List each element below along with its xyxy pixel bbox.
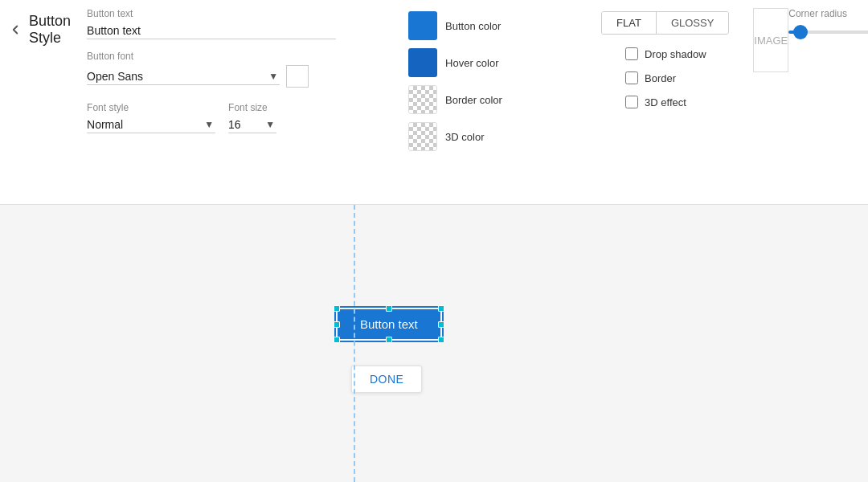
hover-color-row: Hover color bbox=[408, 48, 569, 77]
handle-bottom-left[interactable] bbox=[334, 337, 340, 343]
border-label: Border bbox=[645, 72, 676, 84]
font-size-group: Font size 12 14 16 18 20 ▼ bbox=[228, 102, 276, 133]
font-style-group: Font style Normal Bold Italic ▼ bbox=[87, 102, 215, 133]
font-color-swatch[interactable] bbox=[286, 65, 309, 88]
page-title: Button Style bbox=[29, 11, 71, 47]
font-select-wrapper: Open Sans Arial Roboto ▼ bbox=[87, 68, 280, 85]
radius-control: 3px bbox=[788, 26, 868, 38]
flat-button[interactable]: FLAT bbox=[602, 12, 657, 34]
done-button[interactable]: DONE bbox=[351, 366, 422, 393]
button-font-label: Button font bbox=[87, 51, 376, 62]
border-color-swatch[interactable] bbox=[408, 85, 437, 114]
canvas-area: Button text DONE bbox=[0, 205, 868, 482]
image-label: IMAGE bbox=[754, 35, 788, 47]
style-button-group: FLAT GLOSSY bbox=[601, 11, 729, 35]
button-color-swatch[interactable] bbox=[408, 11, 437, 40]
font-row: Open Sans Arial Roboto ▼ bbox=[87, 65, 376, 88]
corner-radius-section: Corner radius 3px bbox=[788, 8, 868, 38]
button-color-label: Button color bbox=[445, 20, 501, 32]
hover-color-label: Hover color bbox=[445, 57, 498, 69]
corner-radius-label: Corner radius bbox=[788, 8, 868, 19]
font-style-select[interactable]: Normal Bold Italic bbox=[87, 116, 215, 133]
button-font-group: Button font Open Sans Arial Roboto ▼ bbox=[87, 51, 376, 88]
options-section: Drop shadow Border 3D effect bbox=[625, 47, 729, 108]
button-text-input[interactable] bbox=[87, 22, 336, 39]
style-size-row: Font style Normal Bold Italic ▼ Font siz… bbox=[87, 102, 376, 133]
font-size-select[interactable]: 12 14 16 18 20 bbox=[228, 116, 276, 133]
hover-color-swatch[interactable] bbox=[408, 48, 437, 77]
border-color-label: Border color bbox=[445, 94, 502, 106]
glossy-button[interactable]: GLOSSY bbox=[657, 12, 728, 34]
font-style-label: Font style bbox=[87, 102, 215, 113]
button-color-row: Button color bbox=[408, 11, 569, 40]
threed-color-label: 3D color bbox=[445, 131, 484, 143]
handle-bottom-right[interactable] bbox=[438, 337, 444, 343]
font-size-select-wrapper: 12 14 16 18 20 ▼ bbox=[228, 116, 276, 133]
threed-effect-checkbox[interactable] bbox=[625, 96, 638, 108]
font-size-label: Font size bbox=[228, 102, 276, 113]
font-style-select-wrapper: Normal Bold Italic ▼ bbox=[87, 116, 215, 133]
handle-top-middle[interactable] bbox=[386, 305, 392, 312]
button-text-label: Button text bbox=[87, 8, 376, 19]
left-section: Button text Button font Open Sans Arial … bbox=[87, 8, 376, 133]
image-preview[interactable]: IMAGE bbox=[753, 8, 788, 72]
drop-shadow-label: Drop shadow bbox=[645, 48, 706, 60]
handle-top-right[interactable] bbox=[438, 305, 444, 312]
threed-effect-row: 3D effect bbox=[625, 96, 729, 108]
threed-effect-label: 3D effect bbox=[645, 96, 686, 108]
top-panel: Button Style Button text Button font Ope… bbox=[0, 0, 868, 205]
border-checkbox[interactable] bbox=[625, 71, 638, 84]
button-text-group: Button text bbox=[87, 8, 376, 39]
threed-color-row: 3D color bbox=[408, 122, 569, 151]
done-button-wrapper: DONE bbox=[351, 366, 422, 393]
dashed-divider bbox=[354, 205, 355, 482]
handle-middle-right[interactable] bbox=[438, 321, 444, 328]
canvas-button-label: Button text bbox=[360, 317, 418, 331]
handle-bottom-middle[interactable] bbox=[386, 337, 392, 343]
border-row: Border bbox=[625, 71, 729, 84]
handle-top-left[interactable] bbox=[334, 305, 340, 312]
drop-shadow-row: Drop shadow bbox=[625, 47, 729, 60]
drop-shadow-checkbox[interactable] bbox=[625, 47, 638, 60]
handle-middle-left[interactable] bbox=[334, 321, 340, 328]
corner-radius-slider[interactable] bbox=[788, 31, 868, 34]
back-button[interactable] bbox=[8, 22, 29, 37]
border-color-row: Border color bbox=[408, 85, 569, 114]
font-select[interactable]: Open Sans Arial Roboto bbox=[87, 68, 280, 84]
threed-color-swatch[interactable] bbox=[408, 122, 437, 151]
